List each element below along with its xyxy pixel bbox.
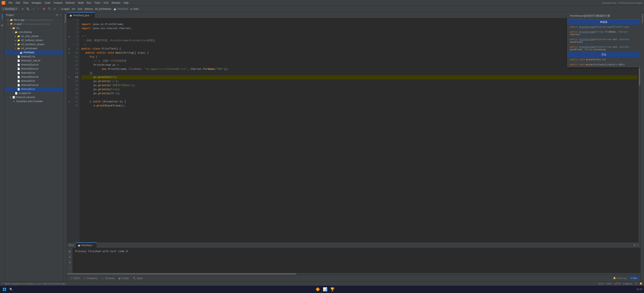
menu-window[interactable]: Window bbox=[110, 1, 122, 5]
bottom-tab-profiler[interactable]: ◉ Profiler bbox=[116, 276, 131, 280]
tree-ext-libs[interactable]: ▶ 📊 External Libraries bbox=[4, 95, 63, 99]
search-taskbar-button[interactable]: 🔍 bbox=[8, 286, 14, 292]
todo-label: TODO bbox=[73, 277, 80, 280]
tree-file-io-app[interactable]: ▶ 📁 file-io-app D:\code\javasepromax\fil… bbox=[4, 18, 63, 22]
gutter-run-10[interactable]: ▶ bbox=[67, 51, 71, 55]
status-bar: ✓ Build completed successfully in 1 sec,… bbox=[0, 281, 644, 286]
debug-button[interactable]: 🐛 bbox=[26, 7, 31, 12]
tree-itheima01[interactable]: 📄 itheima01.txt bbox=[4, 55, 63, 59]
run-button[interactable]: ▶ bbox=[20, 7, 26, 12]
menu-navigate[interactable]: Navigate bbox=[30, 1, 43, 5]
menu-analyze[interactable]: Analyze bbox=[52, 1, 64, 5]
settings-button[interactable]: ⚙ bbox=[52, 7, 57, 12]
favorites-label[interactable]: Favorites bbox=[641, 12, 644, 25]
tree-src[interactable]: ▼ 📂 src bbox=[4, 26, 63, 30]
cursor-position[interactable]: 16:32 bbox=[598, 282, 604, 285]
tree-itheima07out[interactable]: 📄 itheima07out.txt bbox=[4, 83, 63, 87]
breadcrumb-itheima[interactable]: itheima bbox=[85, 8, 93, 10]
taskbar-app-3[interactable]: 🏆 bbox=[330, 286, 335, 292]
gear-icon[interactable]: ⚙ bbox=[56, 13, 58, 17]
run-tab-close[interactable]: ✕ bbox=[93, 244, 94, 246]
run-config-label: PrintTest1 bbox=[5, 8, 15, 10]
code-content[interactable]: import java.io.PrintStream; import java.… bbox=[80, 18, 639, 242]
run-btn-bottom[interactable]: ▶ Run bbox=[629, 276, 639, 280]
run-config-dropdown[interactable]: ☕ PrintTest1 ▼ bbox=[2, 7, 18, 11]
svg-rect-3 bbox=[5, 289, 6, 291]
breadcrumb-printtest1[interactable]: ☕ PrintTest1 bbox=[114, 8, 128, 10]
menu-edit[interactable]: Edit bbox=[14, 1, 22, 5]
tree-iml[interactable]: 📄 io-app2.iml bbox=[4, 91, 63, 95]
favorites-tab-vertical[interactable]: ★ bbox=[0, 22, 4, 29]
stop-button[interactable]: ■ bbox=[42, 7, 46, 12]
encoding[interactable]: UTF-8 bbox=[614, 282, 620, 285]
tree-itheima08[interactable]: 📄 itheima08.txt bbox=[4, 87, 63, 91]
bottom-tab-problems[interactable]: ⚠ Problems bbox=[82, 276, 100, 280]
tree-io-app2[interactable]: ▼ 📦 io-app2 D:\code\javasepromax\io-app2 bbox=[4, 22, 63, 26]
menu-build[interactable]: Build bbox=[76, 1, 85, 5]
profiler-button[interactable]: ⚡ bbox=[36, 7, 41, 12]
tree-d2[interactable]: ▶ 📁 d2_buffered_stream bbox=[4, 38, 63, 42]
run-down-btn[interactable]: ▼ bbox=[68, 260, 72, 265]
tab-close-button[interactable]: ✕ bbox=[90, 14, 92, 17]
tree-printtest1[interactable]: ☕ PrintTest1 bbox=[4, 51, 63, 55]
menu-vcs[interactable]: VCS bbox=[102, 1, 110, 5]
editor-tab-printtest1[interactable]: ☕ PrintTest1.java ✕ bbox=[67, 12, 95, 18]
taskbar-app-2[interactable]: 📊 bbox=[322, 286, 328, 292]
taskbar-app-1[interactable]: 🔶 bbox=[315, 286, 320, 292]
run-up-btn[interactable]: ▲ bbox=[68, 254, 72, 259]
tree-itheima05out[interactable]: 📄 itheima05out.txt bbox=[4, 75, 63, 79]
gutter-cell-javadoc-6[interactable]: ⊖ bbox=[67, 35, 71, 39]
coverage-button[interactable]: ◎ bbox=[31, 7, 36, 12]
gutter-run-9[interactable]: ▶ bbox=[67, 47, 71, 51]
structure-label[interactable]: Structure bbox=[64, 12, 67, 25]
tree-itheima03out[interactable]: 📄 itheima03out.txt bbox=[4, 67, 63, 71]
run-play-btn[interactable]: ▶ bbox=[68, 249, 72, 254]
line-ending[interactable]: CRLF bbox=[606, 282, 612, 285]
tree-itheima06[interactable]: 📄 itheima06.txt bbox=[4, 79, 63, 83]
run-settings-icon[interactable]: ⚙ bbox=[634, 243, 635, 247]
code-editor[interactable]: ⊖ ▶ ▶ ● ⊖ 2 3 bbox=[67, 18, 640, 242]
menu-code[interactable]: Code bbox=[43, 1, 52, 5]
bottom-tab-todo[interactable]: ≡ TODO bbox=[69, 276, 82, 280]
menu-file[interactable]: File bbox=[7, 1, 14, 5]
tree-label-scratch: Scratches and Consoles bbox=[16, 100, 43, 103]
tree-label-iml: io-app2.iml bbox=[19, 92, 31, 95]
project-tab-vertical[interactable]: Project bbox=[0, 12, 4, 21]
breadcrumb-main[interactable]: m main bbox=[130, 8, 139, 10]
collapse-icon[interactable]: — bbox=[59, 13, 62, 17]
gutter-bp-16[interactable]: ● bbox=[67, 75, 71, 79]
menu-refactor[interactable]: Refactor bbox=[64, 1, 76, 5]
code-line-6: /** bbox=[81, 35, 637, 39]
menu-help[interactable]: Help bbox=[122, 1, 130, 5]
breadcrumb-d4[interactable]: d4_printstream bbox=[95, 8, 111, 10]
run-end-btn[interactable]: ⇒ bbox=[68, 266, 72, 271]
tree-com-itheima[interactable]: ▼ 📂 com.itheima bbox=[4, 30, 63, 34]
tree-d3[interactable]: ▶ 📁 d3_transform_stream bbox=[4, 42, 63, 46]
tree-d1[interactable]: ▶ 📁 d1_char_stream bbox=[4, 34, 63, 38]
tree-itheima01bak[interactable]: 📄 itheima01_bak.txt bbox=[4, 59, 63, 63]
breadcrumb-com[interactable]: com bbox=[78, 8, 82, 10]
tree-d4[interactable]: ▼ 📂 d4_printstream bbox=[4, 46, 63, 51]
popup-constructor-header: 构造器 bbox=[567, 20, 640, 25]
run-tab-printtest1[interactable]: ☕ PrintTest1 ✕ bbox=[76, 242, 96, 248]
event-log-btn[interactable]: 🔔 Event Log bbox=[613, 277, 627, 279]
breadcrumb-src[interactable]: src bbox=[72, 8, 75, 10]
bottom-tab-build[interactable]: 🔨 Build bbox=[131, 276, 144, 280]
breadcrumb-io-app2[interactable]: io-app2 bbox=[62, 8, 70, 10]
menu-view[interactable]: View bbox=[22, 1, 30, 5]
menu-run[interactable]: Run bbox=[85, 1, 93, 5]
run-minimize-icon[interactable]: — bbox=[637, 243, 639, 247]
build-project-button[interactable]: 🔨 bbox=[47, 7, 52, 12]
tree-itheima02out[interactable]: 📄 itheima02out.txt bbox=[4, 63, 63, 67]
tree-path-2: D:\code\javasepromax\io-app2 bbox=[23, 23, 50, 25]
menu-tools[interactable]: Tools bbox=[93, 1, 102, 5]
gutter-cell-blank-2 bbox=[67, 18, 71, 22]
indent[interactable]: 4 spaces bbox=[623, 282, 632, 285]
run-scrollbar[interactable] bbox=[67, 273, 640, 275]
printstream-popup: PrintStream提供的打印数据的方案 构造器 public PrintSt… bbox=[567, 18, 640, 67]
notifications-icon[interactable]: 🔔 bbox=[640, 282, 642, 285]
bottom-tab-terminal[interactable]: >_ Terminal bbox=[100, 276, 116, 280]
start-button[interactable] bbox=[2, 286, 7, 292]
tree-itheima04[interactable]: 📄 itheima04.txt bbox=[4, 71, 63, 75]
tree-scratches[interactable]: ✏ Scratches and Consoles bbox=[4, 99, 63, 103]
